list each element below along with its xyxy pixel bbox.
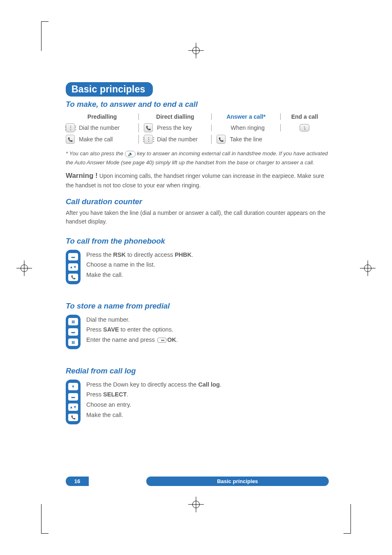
duration-text: After you have taken the line (dial a nu…	[66, 209, 329, 226]
crop-mark	[41, 21, 48, 51]
cell: When ringing	[231, 124, 265, 131]
crop-mark	[41, 504, 48, 534]
subheading-store: To store a name from predial	[66, 302, 329, 311]
footer-label: Basic principles	[146, 477, 329, 486]
softkey-icon: ▬	[68, 253, 78, 260]
nav-key-icon: ▲▼	[68, 403, 78, 411]
page-number: 16	[66, 477, 89, 486]
keypad-icon: ▦	[68, 318, 78, 325]
end-key-icon: ⤵	[300, 124, 309, 131]
registration-mark	[362, 263, 373, 274]
nav-key-icon: ▲▼	[68, 263, 78, 271]
warning-note: Warning ! Upon incoming calls, the hands…	[66, 170, 329, 190]
subheading-make-call: To make, to answer and to end a call	[66, 100, 329, 109]
step-text: Dial the number. Press SAVE to enter the…	[86, 315, 329, 345]
cell: Make the call	[79, 136, 113, 143]
step-icons: ▬ ▲▼ 📞	[66, 250, 81, 284]
subheading-redial: Redial from call log	[66, 366, 329, 375]
registration-mark	[191, 499, 201, 510]
step-icons: ▼ ▬ ▲▼ 📞	[66, 380, 81, 424]
call-table: Predialling Direct dialling Answer a cal…	[66, 111, 329, 145]
footnote: * You can also press the 🔈 key to answer…	[66, 149, 329, 167]
crop-mark	[344, 504, 351, 534]
section-pill: Basic principles	[66, 82, 153, 97]
keypad-icon: ⋮⋮⋮	[144, 135, 153, 144]
page-footer: 16 Basic principles	[66, 477, 329, 486]
step-icons: ▦ ▬ ▦	[66, 315, 81, 349]
softkey-icon: ▬	[68, 393, 78, 401]
softkey-icon	[157, 338, 166, 343]
subheading-phonebook: To call from the phonebook	[66, 237, 329, 246]
talk-key-icon: 📞	[68, 414, 78, 421]
registration-mark	[19, 263, 30, 274]
keypad-icon: ▦	[68, 339, 78, 346]
speaker-key-icon: 🔈	[125, 151, 136, 157]
cell: Dial the number	[157, 136, 198, 143]
registration-mark	[191, 45, 201, 56]
talk-key-icon: 📞	[66, 135, 75, 144]
page-content: Basic principles To make, to answer and …	[66, 82, 329, 424]
cell: Press the key	[157, 124, 192, 131]
keypad-icon: ⋮⋮⋮	[66, 123, 75, 132]
step-text: Press the Down key to directly access th…	[86, 380, 329, 420]
softkey-icon: ▬	[68, 328, 78, 336]
subheading-duration: Call duration counter	[66, 197, 329, 206]
step-text: Press the RSK to directly access PHBK. C…	[86, 250, 329, 280]
talk-key-icon: 📞	[68, 274, 78, 281]
col-direct: Direct dialling	[139, 113, 211, 120]
col-predialling: Predialling	[66, 113, 138, 120]
cell: Take the line	[230, 136, 262, 143]
col-end: End a call	[281, 113, 329, 120]
cell: Dial the number	[79, 124, 120, 131]
talk-key-icon: 📞	[217, 135, 226, 144]
nav-key-icon: ▼	[68, 383, 78, 390]
talk-key-icon: 📞	[144, 123, 153, 132]
col-answer: Answer a call*	[212, 113, 280, 120]
